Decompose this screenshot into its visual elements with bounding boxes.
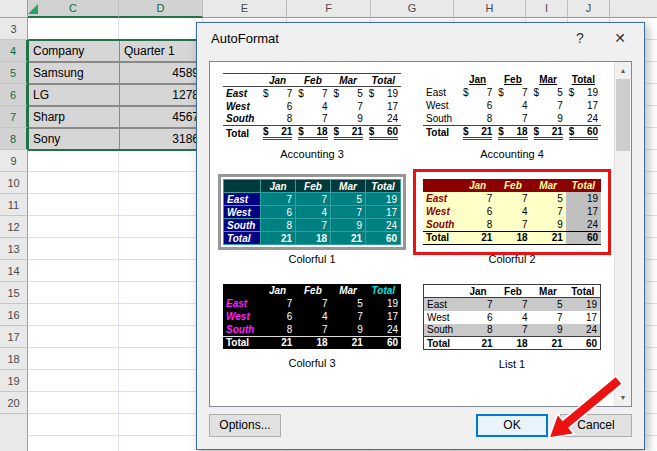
row-header-15[interactable]: 15 bbox=[0, 282, 28, 304]
preview-table: JanFebMarTotalEast$7$7$5$19West64717Sout… bbox=[423, 73, 601, 140]
format-label: Accounting 3 bbox=[280, 148, 344, 160]
column-header-E[interactable]: E bbox=[203, 0, 287, 18]
dialog-footer: Options... OK Cancel bbox=[197, 407, 644, 449]
column-headers: CDEFGHIJ bbox=[0, 0, 657, 18]
row-header-14[interactable]: 14 bbox=[0, 260, 28, 282]
column-header-C[interactable]: C bbox=[28, 0, 119, 18]
format-gallery: JanFebMarTotalEast$7$7$5$19West64717Sout… bbox=[209, 61, 632, 407]
format-gallery-grid: JanFebMarTotalEast$7$7$5$19West64717Sout… bbox=[210, 62, 614, 406]
scroll-up-button[interactable]: ▲ bbox=[615, 62, 631, 79]
row-header-7[interactable]: 7 bbox=[0, 106, 28, 128]
cell-D5[interactable]: 4589 bbox=[119, 62, 204, 84]
cell-C8[interactable]: Sony bbox=[28, 128, 120, 150]
format-label: Colorful 3 bbox=[288, 357, 335, 369]
cell-D4[interactable]: Quarter 1 bbox=[119, 40, 204, 62]
format-option-colorful-3[interactable]: JanFebMarTotalEast77519West64717South879… bbox=[212, 279, 412, 370]
row-header-16[interactable]: 16 bbox=[0, 304, 28, 326]
scroll-down-button[interactable]: ▼ bbox=[615, 389, 631, 406]
scroll-thumb[interactable] bbox=[616, 79, 630, 151]
cell-C4[interactable]: Company bbox=[28, 40, 120, 62]
row-header-18[interactable]: 18 bbox=[0, 348, 28, 370]
cell-C5[interactable]: Samsung bbox=[28, 62, 120, 84]
cell-C6[interactable]: LG bbox=[28, 84, 120, 106]
row-header-19[interactable]: 19 bbox=[0, 370, 28, 392]
help-button[interactable]: ? bbox=[560, 23, 600, 53]
format-option-colorful-2[interactable]: JanFebMarTotalEast77519West64717South879… bbox=[412, 174, 612, 265]
format-label: Accounting 4 bbox=[480, 148, 544, 160]
column-header-F[interactable]: F bbox=[287, 0, 371, 18]
format-option-accounting-3[interactable]: JanFebMarTotalEast$7$7$5$19West64717Sout… bbox=[212, 68, 412, 160]
preview-table: JanFebMarTotalEast77519West64717South879… bbox=[223, 179, 401, 245]
autoformat-dialog: AutoFormat ? ✕ JanFebMarTotalEast$7$7$5$… bbox=[196, 22, 645, 450]
column-header-H[interactable]: H bbox=[454, 0, 526, 18]
row-header-4[interactable]: 4 bbox=[0, 40, 28, 62]
cell-D8[interactable]: 3186 bbox=[119, 128, 204, 150]
format-option-accounting-4[interactable]: JanFebMarTotalEast$7$7$5$19West64717Sout… bbox=[412, 68, 612, 160]
cell-D7[interactable]: 4567 bbox=[119, 106, 204, 128]
row-header-11[interactable]: 11 bbox=[0, 194, 28, 216]
format-option-colorful-1[interactable]: JanFebMarTotalEast77519West64717South879… bbox=[212, 174, 412, 265]
scrollbar[interactable]: ▲ ▼ bbox=[614, 62, 631, 406]
cancel-button[interactable]: Cancel bbox=[560, 414, 632, 437]
preview-table: JanFebMarTotalEast$7$7$5$19West64717Sout… bbox=[223, 73, 401, 140]
row-header-13[interactable]: 13 bbox=[0, 238, 28, 260]
row-header-10[interactable]: 10 bbox=[0, 172, 28, 194]
row-header-9[interactable]: 9 bbox=[0, 150, 28, 172]
row-header-6[interactable]: 6 bbox=[0, 84, 28, 106]
format-label: Colorful 2 bbox=[488, 253, 535, 265]
format-label: Colorful 1 bbox=[288, 253, 335, 265]
select-all-corner[interactable] bbox=[0, 0, 28, 18]
dialog-title: AutoFormat bbox=[211, 31, 560, 46]
scroll-down-icon: ▼ bbox=[620, 394, 627, 401]
select-all-icon bbox=[28, 4, 38, 14]
ok-button[interactable]: OK bbox=[476, 414, 548, 437]
preview-table: JanFebMarTotalEast77519West64717South879… bbox=[423, 284, 601, 350]
preview-table: JanFebMarTotalEast77519West64717South879… bbox=[223, 284, 401, 349]
row-header-5[interactable]: 5 bbox=[0, 62, 28, 84]
row-header-17[interactable]: 17 bbox=[0, 326, 28, 348]
preview-table: JanFebMarTotalEast77519West64717South879… bbox=[423, 179, 601, 245]
column-header-D[interactable]: D bbox=[119, 0, 203, 18]
options-button[interactable]: Options... bbox=[209, 414, 281, 437]
row-header-3[interactable]: 3 bbox=[0, 18, 28, 40]
scroll-up-icon: ▲ bbox=[620, 67, 627, 74]
dialog-titlebar[interactable]: AutoFormat ? ✕ bbox=[197, 23, 644, 53]
cell-D6[interactable]: 1278 bbox=[119, 84, 204, 106]
column-header-J[interactable]: J bbox=[568, 0, 610, 18]
close-icon[interactable]: ✕ bbox=[600, 23, 640, 53]
excel-window: CompanyQuarter 1Samsung4589LG1278Sharp45… bbox=[0, 0, 657, 451]
column-header-I[interactable]: I bbox=[526, 0, 568, 18]
row-header-20[interactable]: 20 bbox=[0, 392, 28, 414]
column-header-G[interactable]: G bbox=[371, 0, 454, 18]
cell-C7[interactable]: Sharp bbox=[28, 106, 120, 128]
row-header-8[interactable]: 8 bbox=[0, 128, 28, 150]
row-headers: 34567891011121314151617181920 bbox=[0, 18, 28, 451]
row-header-12[interactable]: 12 bbox=[0, 216, 28, 238]
format-label: List 1 bbox=[499, 358, 525, 370]
format-option-list-1[interactable]: JanFebMarTotalEast77519West64717South879… bbox=[412, 279, 612, 370]
